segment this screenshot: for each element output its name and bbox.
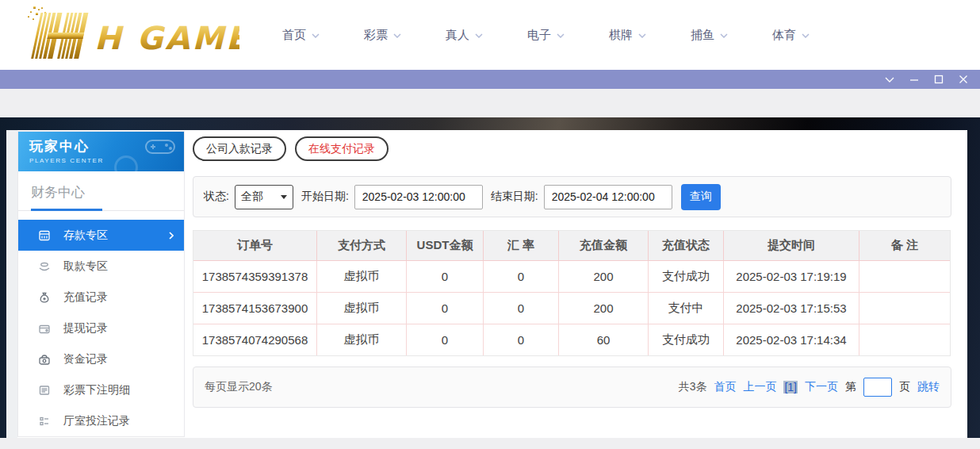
status-select-value: 全部 (241, 190, 263, 204)
select-caret-icon (281, 195, 287, 199)
table-cell-rate: 0 (484, 293, 559, 324)
nav-label: 体育 (772, 28, 796, 43)
funds-icon (38, 353, 51, 366)
table-cell-submit-time: 2025-02-03 17:15:53 (724, 293, 859, 324)
nav-item-fishing[interactable]: 捕鱼 (668, 28, 750, 43)
table-cell-submit-time: 2025-02-03 17:14:34 (724, 324, 859, 355)
sidebar-item-funds-records[interactable]: 资金记录 (18, 343, 184, 374)
withdraw-icon (38, 260, 51, 273)
table-cell-usdt-amount: 0 (407, 324, 484, 355)
tab-company-deposit-records[interactable]: 公司入款记录 (193, 136, 286, 161)
table-cell-order-no: 1738574074290568 (193, 324, 317, 355)
sidebar-item-label: 提现记录 (63, 321, 108, 336)
left-gutter (6, 130, 17, 438)
chevron-down-icon (885, 77, 894, 83)
start-date-input[interactable] (354, 185, 483, 209)
sidebar-item-recharge-records[interactable]: 充值记录 (18, 282, 184, 313)
col-header-recharge-amount: 充值金额 (559, 231, 649, 261)
chevron-down-icon (475, 33, 483, 38)
minimize-icon (909, 75, 919, 84)
table-cell-order-no: 1738574359391378 (193, 261, 317, 293)
brand-logo[interactable]: H GAME (10, 3, 239, 67)
main-content: 公司入款记录 在线支付记录 状态: 全部 开始日期: 结束日期: 查询 订单号 … (193, 130, 951, 437)
gamepad-icon (144, 136, 178, 159)
sidebar-item-label: 彩票下注明细 (63, 383, 130, 397)
nav-item-lottery[interactable]: 彩票 (342, 28, 423, 43)
chevron-down-icon (638, 33, 646, 38)
close-icon (959, 75, 968, 84)
page-background: 玩家中心 PLAYERS CENTER 财务中心 (0, 117, 980, 438)
total-count-text: 共3条 (679, 380, 707, 394)
money-bag-icon (38, 291, 51, 304)
sidebar-item-hall-bets[interactable]: 厅室投注记录 (18, 405, 184, 436)
table-cell-recharge-status: 支付成功 (649, 261, 724, 293)
col-header-order-no: 订单号 (193, 231, 317, 261)
table-cell-recharge-status: 支付中 (649, 293, 724, 324)
table-cell-pay-method: 虚拟币 (317, 293, 407, 324)
records-table: 订单号 支付方式 USDT金额 汇 率 充值金额 充值状态 提交时间 备 注 1… (193, 230, 951, 356)
wallet-icon (38, 322, 51, 335)
sidebar-item-label: 存款专区 (63, 228, 108, 243)
deposit-icon (38, 229, 51, 242)
table-cell-usdt-amount: 0 (407, 293, 484, 324)
nav-label: 电子 (527, 28, 551, 43)
prev-page-link[interactable]: 上一页 (743, 380, 776, 394)
nav-item-sports[interactable]: 体育 (750, 28, 832, 43)
sidebar-item-withdraw[interactable]: 取款专区 (18, 251, 184, 282)
table-cell-remark (859, 261, 950, 293)
sidebar-section-title: 财务中心 (18, 171, 184, 201)
current-page-indicator[interactable]: [1] (783, 381, 798, 393)
first-page-link[interactable]: 首页 (714, 380, 736, 394)
sidebar-item-lottery-bets[interactable]: 彩票下注明细 (18, 374, 184, 405)
jump-prefix-label: 第 (845, 380, 856, 394)
nav-item-slots[interactable]: 电子 (505, 28, 587, 43)
logo-gold-icon: H GAME (10, 3, 239, 67)
page-size-text: 每页显示20条 (205, 380, 273, 394)
table-cell-remark (859, 293, 950, 324)
table-cell-rate: 0 (484, 261, 559, 293)
nav-label: 首页 (282, 28, 306, 43)
col-header-rate: 汇 率 (484, 231, 559, 261)
chevron-down-icon (312, 33, 320, 38)
col-header-remark: 备 注 (859, 231, 950, 261)
search-button[interactable]: 查询 (681, 184, 721, 210)
sidebar-header: 玩家中心 PLAYERS CENTER (18, 132, 184, 171)
main-nav: 首页 彩票 真人 电子 棋牌 捕鱼 体育 (260, 0, 832, 70)
chevron-down-icon (720, 33, 728, 38)
maximize-icon (934, 75, 944, 84)
tab-online-payment-records[interactable]: 在线支付记录 (295, 136, 389, 161)
sidebar-item-label: 厅室投注记录 (63, 414, 130, 428)
window-maximize-button[interactable] (926, 70, 951, 89)
sidebar-item-withdrawal-records[interactable]: 提现记录 (18, 313, 184, 343)
window-close-button[interactable] (951, 70, 975, 89)
table-cell-pay-method: 虚拟币 (317, 324, 407, 355)
sidebar-item-label: 取款专区 (63, 259, 108, 274)
table-cell-recharge-amount: 200 (559, 293, 649, 324)
table-cell-rate: 0 (484, 324, 559, 355)
table-cell-submit-time: 2025-02-03 17:19:19 (724, 261, 859, 293)
col-header-submit-time: 提交时间 (724, 231, 859, 261)
jump-button[interactable]: 跳转 (917, 380, 940, 394)
window-dropdown-button[interactable] (877, 70, 902, 89)
end-date-input[interactable] (544, 185, 672, 209)
table-cell-recharge-status: 支付成功 (649, 324, 724, 355)
table-cell-recharge-amount: 60 (559, 324, 649, 355)
jump-suffix-label: 页 (899, 380, 910, 394)
record-tabs: 公司入款记录 在线支付记录 (193, 136, 389, 161)
window-minimize-button[interactable] (902, 70, 926, 89)
end-date-label: 结束日期: (491, 190, 538, 204)
site-header: H GAME 首页 彩票 真人 电子 棋牌 捕鱼 体育 (0, 0, 980, 70)
pagination-controls: 共3条 首页 上一页 [1] 下一页 第 页 跳转 (679, 378, 940, 397)
next-page-link[interactable]: 下一页 (805, 380, 838, 394)
chevron-down-icon (393, 33, 401, 38)
sidebar-item-deposit[interactable]: 存款专区 (18, 220, 184, 251)
table-cell-recharge-amount: 200 (559, 261, 649, 293)
jump-page-input[interactable] (863, 378, 892, 397)
nav-item-live[interactable]: 真人 (423, 28, 505, 43)
nav-item-boardgames[interactable]: 棋牌 (587, 28, 668, 43)
filter-bar: 状态: 全部 开始日期: 结束日期: 查询 (193, 176, 951, 217)
nav-item-home[interactable]: 首页 (260, 28, 342, 43)
status-select[interactable]: 全部 (235, 185, 293, 209)
col-header-pay-method: 支付方式 (317, 231, 407, 261)
table-cell-order-no: 1738574153673900 (193, 293, 317, 324)
